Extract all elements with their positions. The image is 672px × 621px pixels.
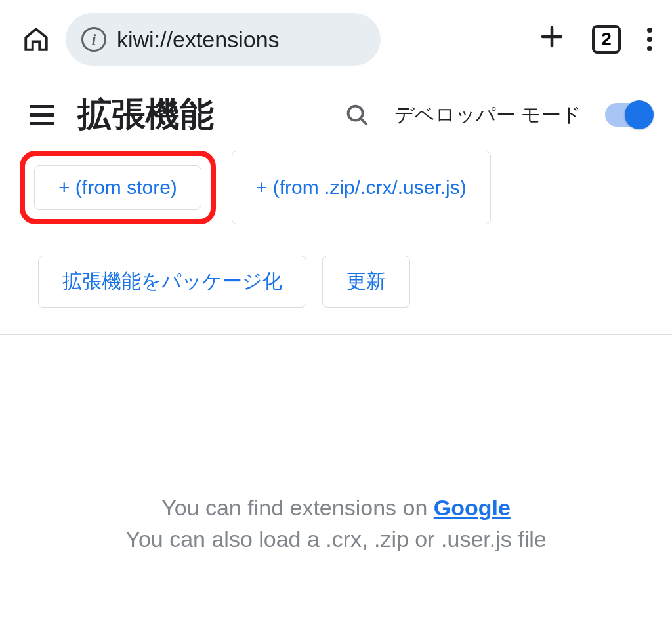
svg-line-3 xyxy=(361,119,366,124)
add-from-file-button[interactable]: + (from .zip/.crx/.user.js) xyxy=(232,151,491,224)
browser-actions: 2 xyxy=(538,20,652,58)
menu-toggle-button[interactable] xyxy=(20,97,64,133)
tab-count-value: 2 xyxy=(601,29,612,50)
empty-line1: You can find extensions on Google xyxy=(0,492,672,524)
add-from-store-button[interactable]: + (from store) xyxy=(34,165,201,210)
url-text: kiwi://extensions xyxy=(117,27,280,52)
toggle-knob xyxy=(625,100,654,129)
pack-extension-button[interactable]: 拡張機能をパッケージ化 xyxy=(38,256,306,308)
hamburger-icon xyxy=(30,105,54,108)
separator xyxy=(0,334,672,335)
update-button[interactable]: 更新 xyxy=(322,256,410,308)
new-tab-button[interactable] xyxy=(538,20,566,58)
search-button[interactable] xyxy=(345,102,369,127)
google-link[interactable]: Google xyxy=(434,495,511,520)
menu-button[interactable] xyxy=(647,28,652,51)
address-bar[interactable]: i kiwi://extensions xyxy=(66,13,381,66)
tab-switcher-button[interactable]: 2 xyxy=(592,25,621,54)
plus-icon xyxy=(538,23,566,50)
info-icon: i xyxy=(81,27,106,52)
home-button[interactable] xyxy=(20,23,52,56)
empty-line2: You can also load a .crx, .zip or .user.… xyxy=(0,524,672,555)
developer-mode-toggle[interactable] xyxy=(605,103,652,127)
page-toolbar: 拡張機能 デベロッパー モード xyxy=(0,79,672,144)
empty-state: You can find extensions on Google You ca… xyxy=(0,492,672,555)
empty-line1-text: You can find extensions on xyxy=(161,495,434,520)
developer-mode-label: デベロッパー モード xyxy=(394,102,581,129)
browser-top-bar: i kiwi://extensions 2 xyxy=(0,0,672,79)
home-icon xyxy=(22,26,50,53)
search-icon xyxy=(345,102,369,127)
actions-panel: + (from store) + (from .zip/.crx/.user.j… xyxy=(0,144,672,327)
highlight-annotation: + (from store) xyxy=(20,151,216,224)
page-title: 拡張機能 xyxy=(77,92,214,138)
dots-icon xyxy=(647,28,652,33)
